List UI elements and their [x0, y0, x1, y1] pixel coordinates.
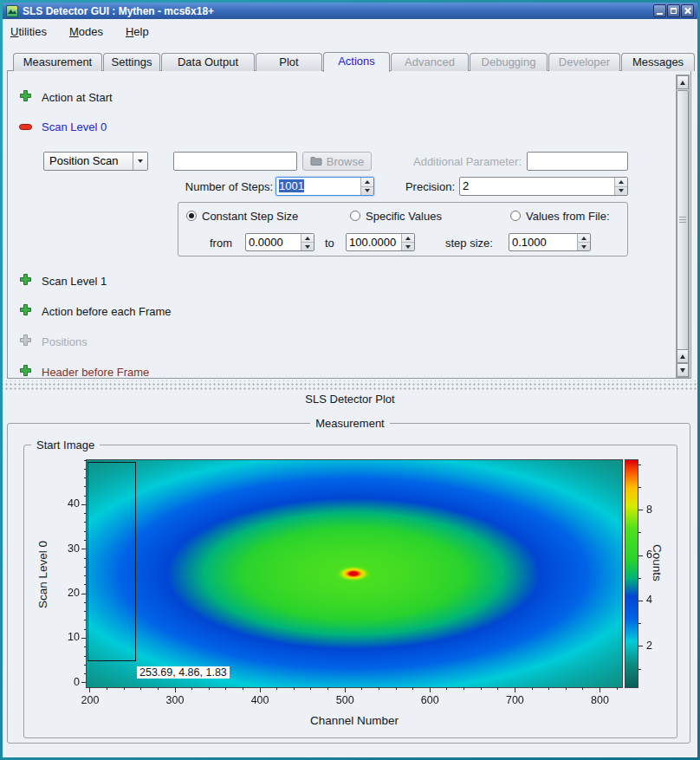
step-size-spinbox[interactable]: 0.1000 [509, 233, 591, 251]
arrow-up-icon[interactable] [615, 178, 627, 186]
plus-icon[interactable] [19, 303, 32, 316]
tab-measurement[interactable]: Measurement [13, 53, 102, 71]
titlebar[interactable]: SLS Detector GUI : Mythen - mcs6x18+ [3, 3, 697, 19]
splitter-handle[interactable] [3, 380, 697, 390]
tab-data-output[interactable]: Data Output [161, 53, 255, 71]
minimize-button[interactable] [653, 4, 666, 17]
arrow-down-icon[interactable] [578, 242, 590, 250]
x-tick-label: 200 [73, 694, 107, 706]
number-of-steps-label: Number of Steps: [172, 180, 273, 194]
colorbar-minor-tick [638, 464, 641, 465]
menu-help[interactable]: Help [122, 23, 152, 40]
arrow-up-icon[interactable] [402, 234, 414, 242]
y-minor-tick [84, 665, 87, 666]
arrow-down-icon[interactable] [301, 242, 314, 250]
arrow-down-icon[interactable] [615, 186, 627, 196]
y-tick-label: 30 [49, 542, 80, 555]
menu-modes[interactable]: Modes [66, 23, 107, 40]
y-minor-tick [84, 469, 87, 470]
scroll-down-button[interactable] [677, 363, 689, 377]
colorbar-tick-label: 8 [646, 503, 665, 516]
x-tick-label: 600 [412, 694, 447, 706]
y-major-tick [81, 549, 87, 549]
plot-dock-title: SLS Detector Plot [0, 393, 700, 406]
plus-icon[interactable] [19, 89, 32, 102]
actions-scrollbar[interactable] [676, 75, 690, 378]
y-minor-tick [84, 522, 87, 523]
step-size-label: step size: [445, 237, 493, 250]
x-major-tick [175, 687, 176, 692]
arrow-up-icon[interactable] [301, 234, 314, 242]
additional-parameter-label: Additional Parameter: [400, 155, 522, 169]
colorbar-minor-tick [638, 578, 641, 579]
action-before-frame-label[interactable]: Action before each Frame [42, 305, 172, 319]
y-major-tick [81, 594, 87, 594]
colorbar-canvas [625, 460, 638, 687]
values-from-file-radio[interactable] [510, 211, 521, 221]
heatmap-canvas[interactable] [87, 460, 622, 687]
scan-level-1-label[interactable]: Scan Level 1 [42, 275, 107, 289]
x-minor-tick [463, 687, 464, 690]
plus-icon[interactable] [19, 364, 32, 377]
colorbar: 2468 [625, 460, 638, 687]
menu-utilities[interactable]: Utilities [7, 23, 50, 40]
folder-icon [310, 156, 322, 166]
constant-step-size-label[interactable]: Constant Step Size [202, 210, 298, 224]
specific-values-label[interactable]: Specific Values [366, 210, 442, 224]
number-of-steps-spinbox[interactable]: 1001 [275, 177, 374, 196]
additional-parameter-input[interactable] [527, 152, 628, 171]
y-minor-tick [84, 531, 87, 532]
tab-plot[interactable]: Plot [256, 53, 322, 71]
scan-script-input[interactable] [173, 152, 297, 171]
arrow-up-icon[interactable] [578, 234, 590, 242]
y-minor-tick [84, 629, 87, 630]
scroll-up-button-bottom[interactable] [677, 349, 689, 363]
arrow-down-icon[interactable] [361, 186, 373, 196]
tabbar: Measurement Settings Data Output Plot Ac… [13, 52, 696, 71]
y-minor-tick [84, 584, 87, 585]
y-tick-label: 10 [49, 631, 80, 643]
scan-mode-select[interactable]: Position Scan [43, 152, 148, 171]
minus-icon[interactable] [19, 120, 32, 133]
grip-icon [679, 217, 686, 224]
app-window: SLS Detector GUI : Mythen - mcs6x18+ Uti… [0, 0, 700, 760]
colorbar-major-tick [638, 555, 643, 556]
to-spinbox[interactable]: 100.0000 [346, 233, 415, 251]
action-at-start-label[interactable]: Action at Start [42, 91, 113, 105]
header-before-frame-label[interactable]: Header before Frame [42, 366, 149, 380]
tab-actions[interactable]: Actions [323, 52, 390, 72]
x-minor-tick [412, 687, 413, 690]
minimize-icon [657, 13, 663, 15]
specific-values-radio[interactable] [350, 211, 360, 221]
tab-messages[interactable]: Messages [621, 53, 695, 71]
from-spinbox[interactable]: 0.0000 [245, 233, 314, 251]
x-minor-tick [294, 687, 295, 690]
precision-spinbox[interactable]: 2 [459, 177, 628, 196]
y-minor-tick [84, 486, 87, 487]
x-minor-tick [566, 687, 567, 690]
close-button[interactable] [681, 4, 694, 17]
heatmap-plot[interactable]: 253.69, 4.86, 1.83 200300400500600700800… [87, 460, 622, 687]
zoom-selection-rect[interactable] [88, 462, 136, 661]
tab-settings[interactable]: Settings [103, 53, 160, 71]
x-tick-label: 800 [582, 694, 617, 706]
x-major-tick [260, 687, 261, 692]
plus-icon[interactable] [19, 273, 32, 286]
scrollbar-thumb[interactable] [677, 90, 689, 350]
arrow-down-icon [680, 368, 685, 373]
chevron-down-icon[interactable] [133, 153, 147, 170]
x-tick-label: 300 [158, 694, 192, 706]
constant-step-size-radio[interactable] [186, 211, 197, 221]
y-minor-tick [84, 673, 87, 674]
arrow-up-icon[interactable] [361, 178, 373, 186]
x-minor-tick [243, 687, 243, 690]
scan-level-0-label[interactable]: Scan Level 0 [42, 120, 107, 134]
scroll-up-button[interactable] [677, 75, 689, 89]
values-from-file-label[interactable]: Values from File: [526, 210, 610, 224]
arrow-down-icon[interactable] [402, 242, 414, 250]
maximize-button[interactable] [667, 4, 680, 17]
colorbar-major-tick [638, 646, 643, 646]
x-major-tick [515, 687, 515, 692]
y-minor-tick [84, 611, 87, 612]
x-minor-tick [548, 687, 549, 690]
